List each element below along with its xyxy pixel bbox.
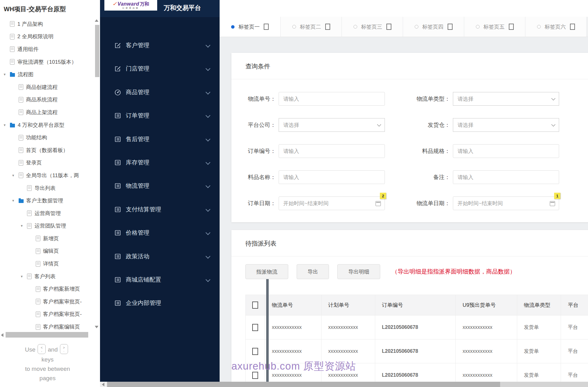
- form-select[interactable]: 请选择: [453, 118, 559, 132]
- list-icon: [114, 229, 121, 237]
- tree-expand-arrow-icon[interactable]: ▼: [20, 275, 27, 278]
- tree-item[interactable]: 导出列表: [0, 182, 95, 195]
- scroll-down-arrow-icon[interactable]: [95, 326, 98, 328]
- sidebar-vertical-scrollbar[interactable]: [95, 25, 99, 77]
- nav-item[interactable]: 商城店铺配置: [100, 273, 220, 287]
- nav-item[interactable]: 订单管理: [100, 109, 220, 122]
- form-input[interactable]: 请输入: [453, 144, 559, 158]
- tab-1[interactable]: 标签页一: [220, 17, 280, 37]
- tree-item[interactable]: 商品系统流程: [0, 94, 95, 106]
- nav-item-label: 企业内部管理: [126, 299, 161, 307]
- placeholder-text: 请选择: [458, 122, 473, 129]
- tree-item[interactable]: ▼全局导出（11版本，两: [0, 169, 95, 182]
- tree-item[interactable]: ▼客户主数据管理: [0, 194, 95, 207]
- scroll-left-arrow-icon[interactable]: [102, 383, 104, 386]
- scroll-up-arrow-icon[interactable]: [95, 19, 98, 22]
- nav-item[interactable]: 价格管理: [100, 226, 220, 240]
- form-input[interactable]: 请输入: [453, 170, 559, 184]
- tree-item[interactable]: 客户档案编辑页: [0, 320, 95, 333]
- toolbar-button[interactable]: 指派物流: [245, 264, 288, 279]
- tab-3[interactable]: 标签页三: [342, 17, 403, 37]
- nav-item[interactable]: 政策活动: [100, 250, 220, 263]
- nav-item[interactable]: 商品管理: [100, 85, 220, 99]
- calendar-icon[interactable]: [376, 201, 381, 206]
- toolbar-button[interactable]: 导出: [297, 264, 329, 279]
- tree-item[interactable]: 商品创建流程: [0, 81, 95, 94]
- hint-keys: keys: [0, 355, 95, 364]
- form-input[interactable]: 请输入: [279, 92, 385, 106]
- project-sidebar: WH项目-交易平台原型 1 产品架构2 全局权限说明通用组件审批流调整（1015…: [0, 0, 100, 387]
- tab-close-icon[interactable]: [386, 24, 391, 30]
- scroll-left-arrow-icon[interactable]: [1, 333, 3, 337]
- scrollbar-thumb[interactable]: [107, 382, 500, 387]
- nav-item[interactable]: 支付结算管理: [100, 203, 220, 216]
- date-range-input[interactable]: 开始时间~结束时间2: [279, 196, 385, 210]
- tab-2[interactable]: 标签页二: [281, 17, 341, 37]
- tree-item-label: 功能结构: [26, 134, 47, 141]
- form-select[interactable]: 请选择: [279, 118, 385, 132]
- tree-item[interactable]: 2 全局权限说明: [0, 30, 95, 43]
- tree-item[interactable]: 1 产品架构: [0, 18, 95, 30]
- tree-item[interactable]: 客户档案审批页-: [0, 308, 95, 321]
- form-input[interactable]: 请输入: [279, 144, 385, 158]
- tree-item[interactable]: 审批流调整（1015版本）: [0, 56, 95, 68]
- tab-close-icon[interactable]: [448, 24, 453, 30]
- tree-expand-arrow-icon[interactable]: ▼: [12, 199, 19, 202]
- tab-close-icon[interactable]: [264, 24, 269, 30]
- tree-item[interactable]: ▼客户列表: [0, 270, 95, 283]
- toolbar-button[interactable]: 导出明细: [337, 264, 380, 279]
- tree-expand-arrow-icon[interactable]: ▼: [3, 123, 10, 127]
- tree-item-label: 客户列表: [34, 273, 56, 280]
- tree-item[interactable]: 通用组件: [0, 43, 95, 56]
- nav-item[interactable]: 物流管理: [100, 179, 220, 193]
- nav-item[interactable]: 库存管理: [100, 156, 220, 169]
- annotation-badge: 2: [380, 193, 386, 199]
- tree-item[interactable]: 首页（数据看板）: [0, 144, 95, 157]
- page-icon: [19, 97, 23, 103]
- tab-5[interactable]: 标签页五: [464, 17, 525, 37]
- select-all-checkbox[interactable]: [252, 302, 258, 309]
- row-checkbox-cell: [246, 316, 265, 339]
- chevron-down-icon: [551, 96, 555, 100]
- nav-item[interactable]: 企业内部管理: [100, 296, 220, 310]
- form-input[interactable]: 请输入: [279, 170, 385, 184]
- row-checkbox[interactable]: [252, 348, 258, 355]
- tree-item[interactable]: 编辑页: [0, 245, 95, 258]
- nav-item[interactable]: 门店管理: [100, 62, 220, 76]
- tree-item[interactable]: 新增页: [0, 232, 95, 245]
- nav-item[interactable]: 售后管理: [100, 132, 220, 146]
- tree-item[interactable]: 功能结构: [0, 131, 95, 144]
- page-icon: [10, 59, 15, 65]
- tab-close-icon[interactable]: [570, 24, 575, 30]
- nav-item[interactable]: 客户管理: [100, 39, 220, 52]
- date-range-input[interactable]: 开始时间~结束时间1: [453, 196, 559, 210]
- tree-expand-arrow-icon[interactable]: ▼: [3, 73, 10, 76]
- placeholder-text: 请输入: [283, 174, 299, 181]
- tab-4[interactable]: 标签页四: [403, 17, 464, 37]
- sidebar-horizontal-scrollbar[interactable]: [0, 332, 95, 338]
- tree-item[interactable]: ▼4 万和交易平台原型: [0, 119, 95, 131]
- tree-expand-arrow-icon[interactable]: ▼: [20, 224, 27, 228]
- column-header: U9预出货单号: [456, 295, 517, 316]
- tree-item[interactable]: 商品上架流程: [0, 106, 95, 119]
- tree-item[interactable]: 详情页: [0, 257, 95, 270]
- chevron-down-icon: [377, 122, 381, 127]
- tree-item[interactable]: ▼运营团队管理: [0, 220, 95, 233]
- table-cell: 发货单: [517, 316, 561, 339]
- chevron-down-icon: [206, 277, 211, 282]
- tree-item[interactable]: 运营商管理: [0, 207, 95, 220]
- nav-item-label: 门店管理: [126, 65, 149, 73]
- form-select[interactable]: 请选择: [453, 92, 559, 106]
- tree-item[interactable]: 客户档案审批页-: [0, 295, 95, 308]
- tab-close-icon[interactable]: [509, 24, 514, 30]
- tree-item[interactable]: 登录页: [0, 157, 95, 169]
- sidebar-horizontal-scrollbar-thumb[interactable]: [6, 332, 88, 338]
- row-checkbox[interactable]: [252, 324, 258, 331]
- tree-item[interactable]: ▼流程图: [0, 68, 95, 81]
- tree-item[interactable]: 客户档案新增页: [0, 283, 95, 295]
- tab-close-icon[interactable]: [325, 24, 330, 30]
- page-horizontal-scrollbar[interactable]: [100, 382, 588, 387]
- tab-6[interactable]: 标签页六: [526, 17, 586, 37]
- tree-expand-arrow-icon[interactable]: ▼: [12, 174, 19, 177]
- calendar-icon[interactable]: [550, 201, 555, 206]
